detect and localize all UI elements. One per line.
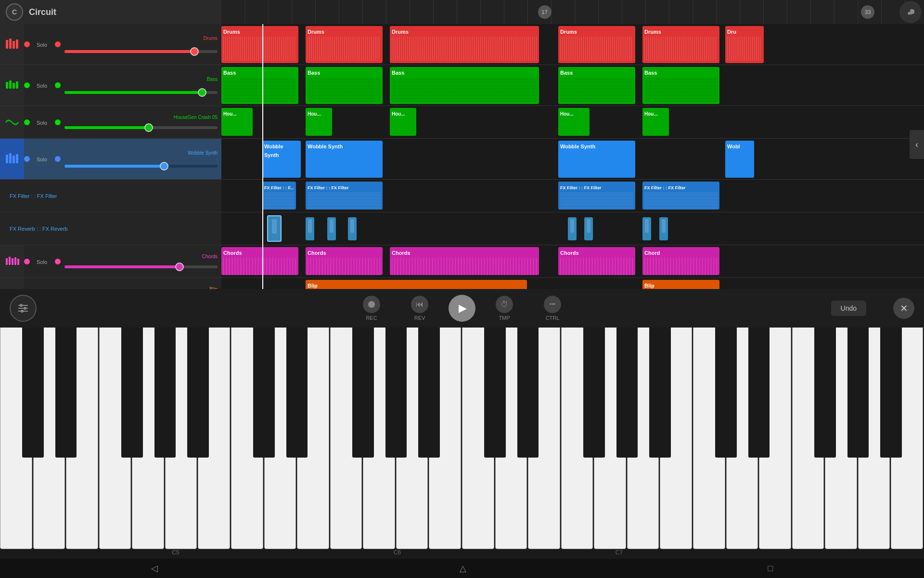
back-arrow-button[interactable]: [899, 1, 922, 23]
svg-point-28: [24, 307, 26, 310]
bass-volume-dot: [55, 82, 61, 88]
piano-black-key[interactable]: [286, 328, 308, 458]
bass-clip-5[interactable]: Bass: [642, 67, 719, 104]
fx-reverb-clip-1[interactable]: [267, 215, 282, 242]
piano-black-key[interactable]: [880, 328, 902, 458]
piano-black-key[interactable]: [22, 328, 44, 458]
blip-clip-2-label: Blip: [644, 283, 654, 289]
piano-black-key[interactable]: [814, 328, 836, 458]
piano-black-key[interactable]: [847, 328, 869, 458]
fx-reverb-clip-2[interactable]: [306, 217, 314, 240]
piano-black-key[interactable]: [715, 328, 737, 458]
housegen-clip-1[interactable]: Hou...: [221, 108, 253, 136]
housegen-clip-2[interactable]: Hou...: [306, 108, 332, 136]
housegen-mute-dot[interactable]: [24, 119, 30, 125]
piano-black-key[interactable]: [352, 328, 374, 458]
piano-black-key[interactable]: [583, 328, 605, 458]
housegen-volume-slider[interactable]: [64, 126, 218, 129]
drums-mute-dot[interactable]: [24, 41, 30, 47]
wobble-solo[interactable]: Solo: [30, 155, 54, 163]
svg-rect-5: [9, 80, 12, 89]
chords-solo[interactable]: Solo: [30, 257, 54, 266]
nav-recents-button[interactable]: □: [768, 564, 773, 574]
piano-black-key[interactable]: [385, 328, 407, 458]
piano-black-key[interactable]: [649, 328, 671, 458]
fx-filter-clip-3[interactable]: FX Filter : : FX Filter: [558, 182, 635, 210]
chords-clip-4[interactable]: Chords: [558, 247, 635, 275]
piano-black-key[interactable]: [616, 328, 638, 458]
rev-button[interactable]: ⏮ REV: [400, 296, 439, 321]
bass-name-label: Bass: [207, 77, 218, 82]
chords-clip-1[interactable]: Chords: [221, 247, 298, 275]
mixer-button[interactable]: [10, 295, 37, 322]
undo-button[interactable]: Undo: [831, 301, 866, 316]
fx-reverb-clip-5[interactable]: [568, 217, 577, 240]
drums-clip-6[interactable]: Dru: [725, 26, 764, 63]
wobble-clip-1-label: Wobble Synth: [264, 144, 283, 158]
drums-volume-slider[interactable]: [64, 50, 218, 53]
track-row-chords: Solo Chords: [0, 245, 221, 278]
fx-reverb-clip-6[interactable]: [584, 217, 593, 240]
nav-back-button[interactable]: ◁: [151, 563, 158, 574]
bass-clip-3[interactable]: Bass: [390, 67, 539, 104]
fx-reverb-clip-7[interactable]: [642, 217, 651, 240]
fx-filter-clip-1[interactable]: FX Filter : : F...: [262, 182, 296, 210]
piano-black-key[interactable]: [517, 328, 539, 458]
tmp-button[interactable]: ⏱ TMP: [485, 296, 524, 321]
wobble-volume-slider[interactable]: [64, 165, 218, 168]
piano-black-key[interactable]: [484, 328, 506, 458]
bass-clip-4[interactable]: Bass: [558, 67, 635, 104]
drums-clip-1[interactable]: Drums: [221, 26, 298, 63]
bass-clip-1[interactable]: Bass: [221, 67, 298, 104]
drums-clip-5[interactable]: Drums: [642, 26, 719, 63]
fx-reverb-clip-3[interactable]: [327, 217, 336, 240]
bass-mute-dot[interactable]: [24, 82, 30, 88]
blip-clip-1[interactable]: Blip: [306, 280, 527, 289]
svg-rect-4: [6, 82, 8, 89]
wobble-mute-dot[interactable]: [24, 156, 30, 162]
blip-clip-2[interactable]: Blip: [642, 280, 719, 289]
drums-clip-4[interactable]: Drums: [558, 26, 635, 63]
svg-rect-7: [16, 81, 18, 89]
wobble-clip-2[interactable]: Wobble Synth: [306, 141, 383, 178]
piano-black-key[interactable]: [121, 328, 143, 458]
collapse-arrow-button[interactable]: ‹: [910, 130, 924, 159]
housegen-solo[interactable]: Solo: [30, 118, 54, 127]
housegen-clip-4[interactable]: Hou...: [558, 108, 590, 136]
play-button[interactable]: ▶: [449, 295, 475, 322]
bass-volume-slider[interactable]: [64, 91, 218, 94]
housegen-clip-3[interactable]: Hou...: [390, 108, 416, 136]
chords-clip-2[interactable]: Chords: [306, 247, 383, 275]
piano-black-key[interactable]: [154, 328, 176, 458]
nav-home-button[interactable]: △: [460, 563, 466, 574]
chords-name-label: Chords: [202, 254, 218, 259]
drums-solo[interactable]: Solo: [30, 40, 54, 49]
chords-clip-3[interactable]: Chords: [390, 247, 539, 275]
chords-mute-dot[interactable]: [24, 259, 30, 264]
bass-solo-label: Solo: [37, 83, 47, 89]
piano-black-key[interactable]: [187, 328, 209, 458]
rev-label: REV: [414, 315, 425, 321]
close-button[interactable]: ✕: [893, 298, 914, 319]
fx-reverb-clip-4[interactable]: [348, 217, 357, 240]
bass-clip-2[interactable]: Bass: [306, 67, 383, 104]
fx-reverb-clip-8[interactable]: [659, 217, 668, 240]
chords-volume-slider[interactable]: [64, 265, 218, 268]
wobble-track-icon: [0, 139, 24, 179]
piano-black-key[interactable]: [55, 328, 77, 458]
wobble-clip-4[interactable]: Wobl: [725, 141, 754, 178]
fx-filter-clip-2[interactable]: FX Filter : : FX Filter: [306, 182, 383, 210]
drums-clip-2[interactable]: Drums: [306, 26, 383, 63]
fx-filter-clip-4[interactable]: FX Filter : : FX Filter: [642, 182, 719, 210]
drums-clip-3[interactable]: Drums: [390, 26, 539, 63]
ctrl-button[interactable]: ••• CTRL: [533, 296, 572, 321]
chords-clip-5[interactable]: Chord: [642, 247, 719, 275]
piano-black-key[interactable]: [748, 328, 770, 458]
wobble-clip-3[interactable]: Wobble Synth: [558, 141, 635, 178]
rec-button[interactable]: REC: [352, 296, 391, 321]
piano-black-key[interactable]: [418, 328, 440, 458]
housegen-clip-5[interactable]: Hou...: [642, 108, 669, 136]
bass-solo[interactable]: Solo: [30, 81, 54, 90]
wobble-clip-1[interactable]: Wobble Synth: [262, 141, 301, 178]
piano-black-key[interactable]: [253, 328, 275, 458]
